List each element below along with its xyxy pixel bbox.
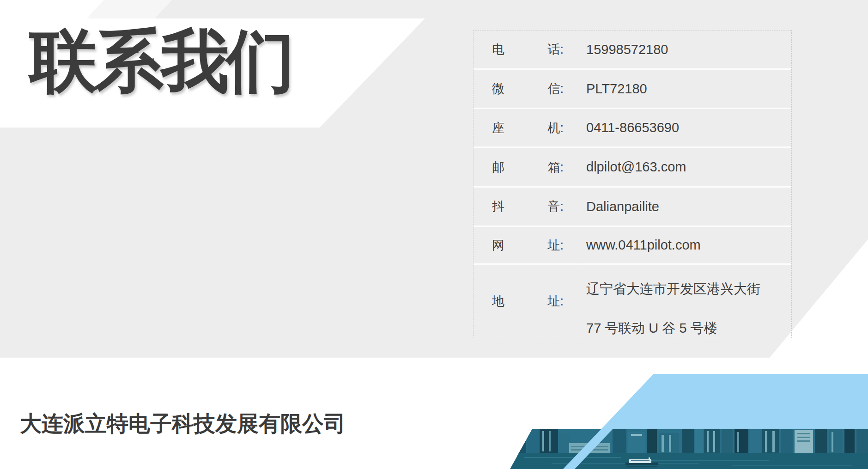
row-label: 地 址: bbox=[473, 265, 579, 338]
company-name: 大连派立特电子科技发展有限公司 bbox=[20, 409, 346, 439]
row-label: 邮 箱: bbox=[473, 148, 579, 186]
table-row-landline: 座 机: 0411-86653690 bbox=[473, 108, 791, 146]
label-char: 箱: bbox=[547, 159, 564, 176]
address-line-1: 辽宁省大连市开发区港兴大街 bbox=[586, 269, 760, 309]
table-row-wechat: 微 信: PLT72180 bbox=[473, 68, 791, 108]
label-char: 址: bbox=[547, 237, 564, 254]
page-title: 联系我们 bbox=[30, 24, 292, 98]
row-label: 电 话: bbox=[473, 30, 579, 68]
address-line-2: 77 号联动 U 谷 5 号楼 bbox=[586, 309, 717, 348]
table-row-phone: 电 话: 15998572180 bbox=[473, 30, 791, 68]
label-char: 信: bbox=[547, 80, 564, 97]
row-value: Dalianpailite bbox=[579, 188, 791, 225]
row-label: 座 机: bbox=[473, 109, 579, 146]
row-label: 微 信: bbox=[473, 70, 579, 108]
label-char: 地 bbox=[492, 293, 504, 310]
row-value: 15998572180 bbox=[579, 30, 791, 68]
label-char: 微 bbox=[492, 80, 504, 97]
contact-slide: 联系我们 电 话: 15998572180 微 信: PLT72180 bbox=[0, 0, 868, 469]
table-row-address: 地 址: 辽宁省大连市开发区港兴大街 77 号联动 U 谷 5 号楼 bbox=[473, 263, 791, 338]
row-value: PLT72180 bbox=[579, 70, 791, 108]
label-char: 抖 bbox=[492, 198, 504, 215]
label-char: 话: bbox=[547, 41, 564, 58]
label-char: 机: bbox=[547, 120, 564, 136]
row-value: dlpilot@163.com bbox=[579, 148, 791, 186]
row-value: 0411-86653690 bbox=[579, 109, 791, 146]
label-char: 址: bbox=[547, 293, 564, 310]
city-skyline-graphic bbox=[510, 429, 868, 469]
label-char: 网 bbox=[492, 237, 504, 254]
row-value: 辽宁省大连市开发区港兴大街 77 号联动 U 谷 5 号楼 bbox=[579, 265, 791, 338]
row-label: 抖 音: bbox=[473, 188, 579, 225]
row-label: 网 址: bbox=[473, 227, 579, 263]
table-row-email: 邮 箱: dlpilot@163.com bbox=[473, 146, 791, 186]
label-char: 邮 bbox=[492, 159, 504, 176]
table-row-douyin: 抖 音: Dalianpailite bbox=[473, 186, 791, 225]
label-char: 电 bbox=[492, 41, 504, 58]
table-row-website: 网 址: www.0411pilot.com bbox=[473, 225, 791, 263]
label-char: 音: bbox=[547, 198, 564, 215]
label-char: 座 bbox=[492, 120, 504, 136]
contact-table: 电 话: 15998572180 微 信: PLT72180 座 机: bbox=[473, 30, 792, 338]
row-value: www.0411pilot.com bbox=[579, 227, 791, 263]
